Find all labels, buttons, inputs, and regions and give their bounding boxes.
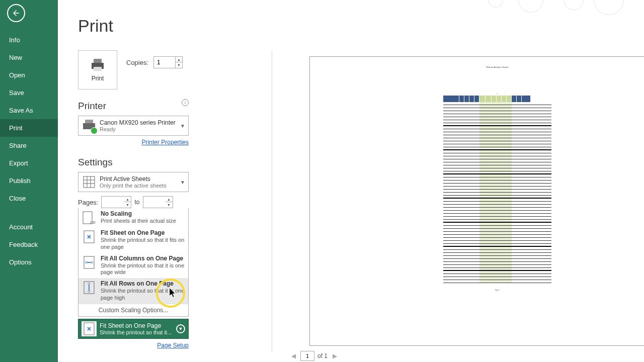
fitcols-icon bbox=[82, 255, 97, 270]
printer-status-icon bbox=[82, 118, 97, 133]
custom-scaling-link[interactable]: Custom Scaling Options... bbox=[78, 304, 188, 316]
sidebar-item-account[interactable]: Account bbox=[0, 218, 58, 236]
pages-to-label: to bbox=[134, 199, 139, 206]
sidebar-item-open[interactable]: Open bbox=[0, 66, 58, 84]
copies-label: Copies: bbox=[126, 59, 148, 66]
current-scaling-sub: Shrink the printout so that it... bbox=[100, 329, 176, 335]
decorative-swirl bbox=[468, 0, 644, 15]
print-what-dropdown[interactable]: Print Active Sheets Only print the activ… bbox=[78, 172, 189, 192]
scaling-option-fitsheet[interactable]: Fit Sheet on One PageShrink the printout… bbox=[78, 227, 188, 253]
current-scaling-title: Fit Sheet on One Page bbox=[100, 322, 176, 329]
chevron-down-icon: ▼ bbox=[176, 324, 185, 333]
prev-page[interactable]: ◀ bbox=[289, 352, 297, 360]
print-preview: Website Analytics Report … ·············… bbox=[309, 56, 644, 346]
printer-status: Ready bbox=[100, 126, 180, 132]
current-scaling-dropdown[interactable]: Fit Sheet on One Page Shrink the printou… bbox=[78, 319, 189, 339]
copies-input[interactable] bbox=[154, 57, 175, 68]
sidebar-item-options[interactable]: Options bbox=[0, 253, 58, 271]
arrow-left-icon bbox=[12, 9, 21, 18]
printer-header: Printer bbox=[78, 101, 106, 112]
panel-divider bbox=[272, 50, 272, 352]
preview-subtitle: … bbox=[443, 93, 551, 95]
backstage-sidebar: Info New Open Save Save As Print Share E… bbox=[0, 0, 58, 362]
scaling-option-fitrows[interactable]: Fit All Rows on One PageShrink the print… bbox=[78, 278, 188, 304]
copies-down[interactable]: ▼ bbox=[176, 62, 182, 68]
sidebar-item-close[interactable]: Close bbox=[0, 190, 58, 207]
info-icon[interactable]: i bbox=[182, 99, 189, 106]
sidebar-item-print[interactable]: Print bbox=[0, 119, 58, 137]
pages-label: Pages: bbox=[78, 199, 98, 206]
print-what-sub: Only print the active sheets bbox=[100, 183, 180, 189]
noscaling-icon: 100 bbox=[82, 210, 97, 225]
chevron-down-icon: ▼ bbox=[180, 179, 185, 185]
copies-spinner[interactable]: ▲ ▼ bbox=[153, 56, 183, 68]
preview-pager: ◀ of 1 ▶ bbox=[289, 351, 339, 361]
pages-from[interactable]: ▲▼ bbox=[101, 196, 131, 208]
svg-rect-2 bbox=[94, 67, 102, 71]
print-what-title: Print Active Sheets bbox=[100, 175, 180, 183]
sidebar-item-share[interactable]: Share bbox=[0, 137, 58, 154]
print-button[interactable]: Print bbox=[78, 50, 117, 89]
print-button-label: Print bbox=[92, 75, 104, 82]
preview-footer: Page 1 bbox=[443, 289, 551, 291]
page-input[interactable] bbox=[300, 351, 314, 361]
sidebar-item-info[interactable]: Info bbox=[0, 31, 58, 49]
printer-name: Canon MX920 series Printer bbox=[100, 119, 180, 126]
sidebar-item-save[interactable]: Save bbox=[0, 84, 58, 102]
fitsheet-icon bbox=[82, 229, 97, 244]
svg-rect-1 bbox=[94, 59, 102, 63]
chevron-down-icon: ▼ bbox=[180, 123, 185, 129]
sheets-icon bbox=[82, 174, 97, 190]
copies-up[interactable]: ▲ bbox=[176, 57, 182, 62]
sidebar-item-saveas[interactable]: Save As bbox=[0, 102, 58, 119]
print-settings-panel: Print Copies: ▲ ▼ Printer i bbox=[78, 50, 269, 349]
pages-to[interactable]: ▲▼ bbox=[143, 196, 173, 208]
page-title: Print bbox=[78, 16, 644, 36]
scaling-option-noscaling[interactable]: 100 No ScalingPrint sheets at their actu… bbox=[78, 208, 188, 227]
settings-header: Settings bbox=[78, 157, 269, 168]
svg-rect-4 bbox=[85, 120, 93, 123]
sidebar-item-publish[interactable]: Publish bbox=[0, 172, 58, 190]
next-page[interactable]: ▶ bbox=[331, 352, 339, 360]
scaling-dropdown-list: 100 No ScalingPrint sheets at their actu… bbox=[78, 208, 189, 317]
preview-doc-title: Website Analytics Report bbox=[443, 66, 551, 68]
sidebar-item-export[interactable]: Export bbox=[0, 154, 58, 172]
back-button[interactable] bbox=[7, 4, 25, 22]
sidebar-item-new[interactable]: New bbox=[0, 49, 58, 66]
fitrows-icon bbox=[82, 280, 97, 295]
svg-rect-5 bbox=[84, 176, 95, 188]
printer-dropdown[interactable]: Canon MX920 series Printer Ready ▼ bbox=[78, 116, 189, 136]
printer-icon bbox=[90, 58, 106, 72]
svg-rect-3 bbox=[83, 123, 95, 129]
page-of-label: of 1 bbox=[317, 352, 328, 359]
sidebar-item-feedback[interactable]: Feedback bbox=[0, 236, 58, 253]
page-setup-link[interactable]: Page Setup bbox=[78, 342, 189, 349]
main-panel: Print Print Copies: ▲ ▼ Printer i bbox=[58, 0, 644, 362]
printer-properties-link[interactable]: Printer Properties bbox=[78, 139, 189, 146]
scaling-option-fitcols[interactable]: Fit All Columns on One PageShrink the pr… bbox=[78, 253, 188, 279]
svg-text:100: 100 bbox=[90, 221, 96, 224]
fitsheet-icon bbox=[82, 321, 97, 336]
